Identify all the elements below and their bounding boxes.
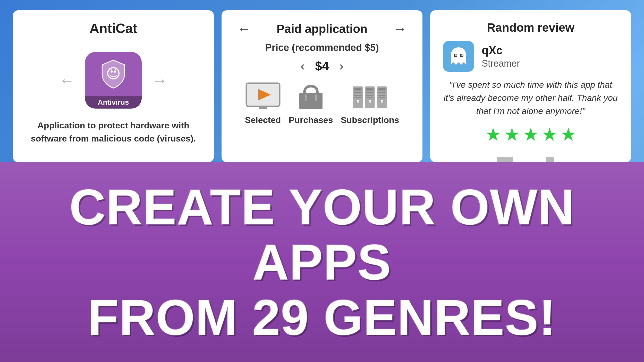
purchases-icon [293,81,329,112]
price-value: $4 [315,59,329,73]
svg-rect-12 [354,88,361,90]
ghost-icon [447,45,470,68]
svg-point-32 [461,54,463,56]
anticat-icon-label: Antivirus [85,96,142,109]
reviewer-info: qXc Streamer [482,44,520,69]
selected-icon [245,81,281,112]
banner-line1: CREATE YOUR OWN APPS [69,179,575,290]
subscriptions-label: Subscriptions [341,115,399,125]
price-nav-left[interactable]: ‹ [301,58,305,73]
anticat-card: AntiCat ← Antivirus [13,10,214,162]
app-icon-container: ← Antivirus → [59,52,167,109]
tv-icon [245,82,281,111]
bottom-banner: CREATE YOUR OWN APPS FROM 29 GENRES! [0,162,644,362]
thumbs-down-icon[interactable] [495,154,520,162]
svg-point-31 [455,54,457,56]
paid-app-header: ← Paid application → [234,21,410,37]
paid-app-nav-right[interactable]: → [393,21,407,37]
star-5: ★ [560,124,577,145]
reviewer-app-icon [443,41,474,72]
svg-text:$: $ [369,99,371,104]
shield-icon [98,59,129,90]
anticat-description: Application to protect hardware with sof… [26,119,201,145]
reviewer-name: qXc [482,44,520,57]
paid-app-card: ← Paid application → Price (recommended … [222,10,422,162]
paid-app-title: Paid application [277,22,368,36]
reviewer-row: qXc Streamer [443,41,618,72]
star-3: ★ [523,124,539,145]
thumbs-row [495,154,567,162]
selected-label: Selected [245,115,281,125]
random-review-title: Random review [487,21,574,34]
svg-point-2 [114,70,116,73]
selected-option[interactable]: Selected [245,81,281,125]
review-text: "I've spent so much time with this app t… [443,78,618,118]
subscriptions-icon: $ $ $ [352,81,388,112]
paid-app-nav-left[interactable]: ← [237,21,251,37]
svg-text:$: $ [381,99,383,104]
random-review-card: Random review qXc Streamer "I've spent s… [430,10,631,162]
thumbs-up-icon[interactable] [541,154,567,162]
stars-row: ★ ★ ★ ★ ★ [485,124,577,145]
svg-text:$: $ [357,99,359,104]
bag-icon [295,81,326,112]
star-4: ★ [541,124,558,145]
card-divider [26,44,201,44]
subscriptions-option[interactable]: $ $ $ Subscripti [341,81,399,125]
svg-rect-8 [299,93,323,109]
svg-rect-35 [546,157,554,162]
purchases-label: Purchases [289,115,333,125]
svg-point-1 [111,70,113,73]
purchases-option[interactable]: Purchases [289,81,333,125]
anticat-app-icon: Antivirus [85,52,142,109]
anticat-title: AntiCat [90,21,137,36]
svg-rect-24 [378,88,386,90]
reviewer-role: Streamer [482,58,520,69]
star-2: ★ [504,124,520,145]
star-1: ★ [485,124,501,145]
purchase-options: Selected Purchases [234,81,410,125]
anticat-icon-upper [85,52,142,96]
anticat-nav-left[interactable]: ← [59,72,75,89]
svg-rect-6 [259,106,267,109]
subscriptions-icon: $ $ $ [352,82,388,111]
banner-line2: FROM 29 GENRES! [88,289,556,345]
price-label: Price (recommended $5) [265,42,379,53]
price-row: ‹ $4 › [234,58,410,73]
anticat-nav-right[interactable]: → [152,72,167,89]
svg-rect-18 [366,88,374,90]
svg-rect-34 [497,157,500,162]
price-nav-right[interactable]: › [339,58,344,73]
svg-rect-33 [500,157,507,162]
banner-text: CREATE YOUR OWN APPS FROM 29 GENRES! [0,179,644,345]
